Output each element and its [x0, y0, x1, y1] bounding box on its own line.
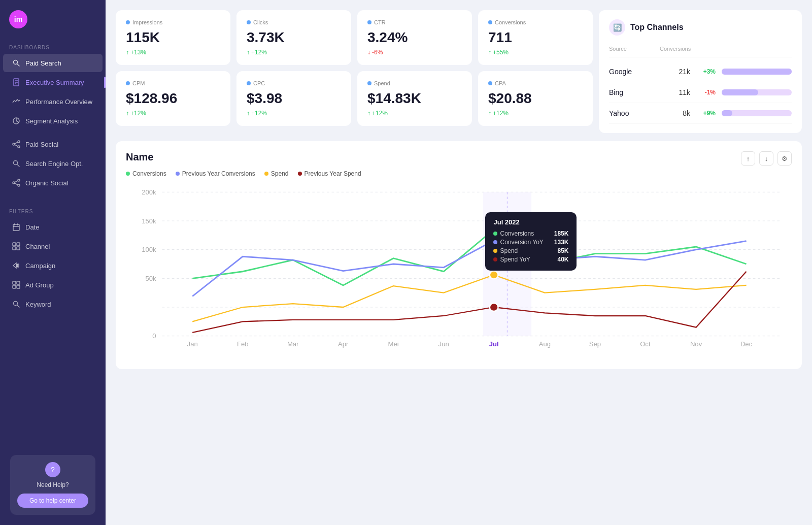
svg-text:100k: 100k — [142, 246, 156, 254]
chart-legend: Conversions Previous Year Conversions Sp… — [126, 170, 741, 177]
campaign-icon — [12, 261, 20, 270]
filter-label: Channel — [25, 243, 50, 250]
svg-text:Feb: Feb — [237, 340, 249, 348]
chart-settings-button[interactable]: ⚙ — [777, 151, 792, 166]
metric-cpa: CPA $20.88 ↑ +12% — [478, 71, 593, 126]
svg-line-13 — [17, 165, 19, 167]
channel-icon — [12, 242, 20, 250]
svg-point-12 — [14, 161, 18, 165]
svg-rect-28 — [18, 264, 19, 267]
metrics-row-2: CPM $128.96 ↑ +12% CPC $3.98 — [116, 71, 593, 126]
content-top: Impressions 115K ↑ +13% Clicks 3.73K — [116, 10, 802, 133]
chart-svg: 200k 150k 100k 50k 0 — [126, 186, 792, 359]
metric-cpm: CPM $128.96 ↑ +12% — [116, 71, 230, 126]
metric-change: ↓ -6% — [367, 49, 462, 56]
metric-dot — [126, 20, 130, 24]
help-center-button[interactable]: Go to help center — [17, 494, 88, 508]
filter-keyword[interactable]: Keyword — [3, 295, 103, 313]
filter-campaign[interactable]: Campaign — [3, 256, 103, 275]
sidebar-item-organic-social[interactable]: Organic Social — [3, 174, 103, 192]
svg-text:Nov: Nov — [690, 340, 702, 348]
search-icon — [12, 59, 20, 67]
svg-line-17 — [15, 181, 18, 182]
svg-rect-32 — [17, 285, 20, 288]
channel-conv: 11k — [660, 88, 690, 96]
arrow-up-icon: ↑ — [126, 49, 129, 56]
social-icon — [12, 140, 20, 148]
channel-row-bing: Bing 11k -1% — [609, 82, 792, 103]
calendar-icon — [12, 223, 20, 231]
legend-conversions: Conversions — [126, 170, 166, 177]
top-channels-title: Top Channels — [630, 23, 684, 32]
svg-text:50k: 50k — [146, 275, 157, 282]
channel-bar-bg — [722, 89, 792, 95]
metric-spend: Spend $14.83K ↑ +12% — [357, 71, 472, 126]
metric-label: Spend — [367, 80, 462, 86]
sidebar-item-performance-overview[interactable]: Performance Overview — [3, 92, 103, 111]
activity-icon — [12, 97, 20, 106]
logo-area: im — [0, 0, 106, 37]
metric-value: $3.98 — [247, 90, 341, 107]
svg-rect-31 — [13, 285, 16, 288]
filter-label: Ad Group — [25, 281, 54, 289]
svg-point-0 — [14, 60, 18, 64]
dashboards-label: DASHBOARDS — [0, 37, 106, 53]
legend-dot-prev-conversions — [176, 172, 180, 176]
metric-value: $14.83K — [367, 90, 462, 107]
channel-bar — [716, 89, 792, 95]
organic-icon — [12, 179, 20, 187]
chart-download-button[interactable]: ↓ — [759, 151, 773, 166]
svg-rect-24 — [17, 243, 20, 246]
filters-label: FILTERS — [0, 201, 106, 217]
svg-line-10 — [15, 142, 18, 144]
metric-change: ↑ +12% — [247, 49, 341, 56]
svg-line-18 — [15, 183, 18, 185]
channel-bar-fill — [722, 89, 758, 95]
arrow-up-icon: ↑ — [367, 110, 370, 117]
metric-change: ↑ +12% — [247, 110, 341, 117]
active-indicator — [104, 77, 106, 88]
svg-rect-29 — [13, 281, 16, 284]
svg-text:0: 0 — [152, 333, 156, 340]
svg-text:Jan: Jan — [187, 340, 198, 348]
filter-date[interactable]: Date — [3, 218, 103, 236]
svg-rect-19 — [13, 224, 19, 231]
seo-icon — [12, 159, 20, 168]
filter-channel[interactable]: Channel — [3, 237, 103, 255]
metric-dot — [367, 20, 371, 24]
sidebar-item-segment-analysis[interactable]: Segment Analysis — [3, 112, 103, 130]
metric-label: Conversions — [488, 19, 583, 25]
svg-text:200k: 200k — [142, 188, 156, 196]
metrics-row-1: Impressions 115K ↑ +13% Clicks 3.73K — [116, 10, 593, 65]
svg-rect-30 — [17, 281, 20, 284]
channels-table-header: Source Conversions — [609, 44, 792, 57]
sidebar-item-paid-social[interactable]: Paid Social — [3, 135, 103, 153]
svg-text:Oct: Oct — [640, 340, 651, 348]
svg-point-14 — [18, 179, 20, 181]
file-icon — [12, 78, 20, 86]
channel-bar-fill — [722, 69, 792, 75]
metric-clicks: Clicks 3.73K ↑ +12% — [236, 10, 351, 65]
channel-bar — [716, 110, 792, 116]
svg-line-34 — [17, 305, 19, 307]
filter-label: Keyword — [25, 301, 51, 308]
arrow-up-icon: ↑ — [247, 49, 250, 56]
filter-ad-group[interactable]: Ad Group — [3, 276, 103, 294]
sidebar-item-executive-summary[interactable]: Executive Summary — [3, 73, 103, 91]
help-title: Need Help? — [17, 481, 88, 488]
metric-conversions: Conversions 711 ↑ +55% — [478, 10, 593, 65]
svg-rect-23 — [13, 243, 16, 246]
sidebar-item-label: Executive Summary — [25, 79, 84, 86]
channel-change: -1% — [690, 89, 716, 96]
col-bar — [716, 46, 792, 52]
sidebar-item-seo[interactable]: Search Engine Opt. — [3, 154, 103, 173]
sidebar-item-paid-search[interactable]: Paid Search — [3, 54, 103, 72]
top-channels-icon: 🔄 — [609, 19, 625, 36]
chart-controls: ↑ ↓ ⚙ — [741, 151, 792, 166]
metric-dot — [247, 20, 251, 24]
chart-upload-button[interactable]: ↑ — [741, 151, 755, 166]
top-channels-header: 🔄 Top Channels — [609, 19, 792, 36]
metric-value: 3.73K — [247, 29, 341, 46]
svg-text:150k: 150k — [142, 217, 156, 225]
sidebar-item-label: Performance Overview — [25, 98, 92, 106]
